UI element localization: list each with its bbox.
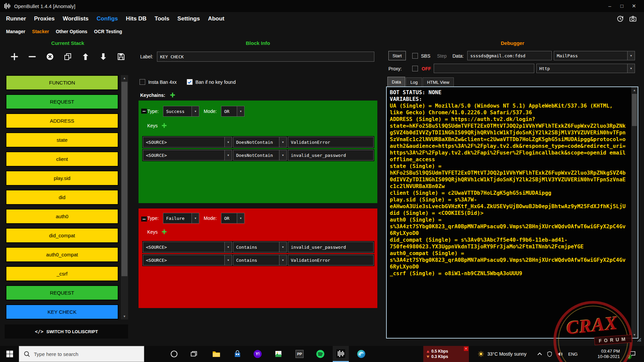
- volume-icon[interactable]: [557, 352, 563, 357]
- debugger-log-area[interactable]: BOT STATUS: NONEVARIABLES:UA (Single) = …: [386, 86, 638, 339]
- proxy-checkbox[interactable]: [412, 66, 418, 71]
- remove-block-button[interactable]: [27, 52, 37, 62]
- scroll-thumb[interactable]: [632, 94, 637, 126]
- menu-tools[interactable]: Tools: [151, 15, 173, 22]
- update-check-icon[interactable]: [616, 15, 624, 22]
- proxy-input[interactable]: [434, 64, 534, 73]
- spotify-icon[interactable]: [312, 346, 328, 362]
- key-source-select[interactable]: <SOURCE>▼: [143, 255, 232, 265]
- stack-block-auth0[interactable]: auth0: [6, 209, 118, 224]
- move-down-button[interactable]: [98, 52, 108, 62]
- screenshot-camera-icon[interactable]: [629, 15, 637, 22]
- chevron-down-icon[interactable]: ▼: [224, 150, 232, 160]
- key-value-input[interactable]: [288, 255, 374, 265]
- stack-block-auth0-compat[interactable]: auth0_compat: [6, 247, 118, 262]
- add-keychain-button[interactable]: [170, 92, 175, 98]
- stack-block-request[interactable]: REQUEST: [6, 94, 118, 109]
- chevron-down-icon[interactable]: ▼: [627, 64, 635, 73]
- file-explorer-icon[interactable]: [208, 346, 224, 362]
- chevron-down-icon[interactable]: ▼: [279, 137, 286, 147]
- stack-scrollbar[interactable]: ▲ ▼: [121, 75, 128, 319]
- chevron-down-icon[interactable]: ▼: [224, 242, 232, 252]
- keychain-mode-select[interactable]: OR ▼: [221, 106, 245, 117]
- keychain-mode-select[interactable]: OR ▼: [221, 213, 245, 224]
- chevron-down-icon[interactable]: ▼: [279, 242, 286, 252]
- menu-runner[interactable]: Runner: [2, 15, 30, 22]
- menu-proxies[interactable]: Proxies: [30, 15, 59, 22]
- stack-block-request[interactable]: REQUEST: [6, 285, 118, 300]
- chevron-down-icon[interactable]: ▼: [237, 213, 244, 223]
- remove-keychain-button[interactable]: [141, 109, 147, 114]
- menu-configs[interactable]: Configs: [93, 15, 122, 22]
- cortana-button[interactable]: [166, 346, 182, 362]
- chevron-down-icon[interactable]: ▼: [192, 213, 199, 223]
- netspeed-close-icon[interactable]: ×: [464, 347, 468, 351]
- key-source-select[interactable]: <SOURCE>▼: [143, 137, 232, 147]
- tab-html-view[interactable]: HTML View: [423, 77, 453, 86]
- chevron-down-icon[interactable]: ▼: [224, 137, 232, 147]
- insta-ban-4xx-checkbox[interactable]: [140, 79, 145, 85]
- key-condition-select[interactable]: Contains▼: [233, 242, 287, 252]
- key-value-input[interactable]: [288, 242, 374, 252]
- proxy-type-select[interactable]: Http ▼: [536, 64, 635, 73]
- menu-about[interactable]: About: [204, 15, 228, 22]
- wordlist-type-select[interactable]: MailPass ▼: [554, 51, 635, 60]
- chevron-down-icon[interactable]: ▼: [279, 255, 286, 265]
- close-button[interactable]: ✕: [628, 0, 640, 12]
- minimize-button[interactable]: –: [604, 0, 616, 12]
- stack-block-key-check[interactable]: KEY CHECK: [6, 304, 118, 319]
- key-value-input[interactable]: [288, 150, 374, 161]
- stack-block-play-sid[interactable]: play.sid: [6, 171, 118, 186]
- step-button[interactable]: Step: [437, 53, 447, 59]
- ban-if-no-key-checkbox[interactable]: [187, 79, 193, 85]
- stack-block-did[interactable]: did: [6, 190, 118, 205]
- resize-grip[interactable]: [636, 337, 641, 342]
- chevron-down-icon[interactable]: ▼: [192, 106, 199, 116]
- submenu-ocr-testing[interactable]: OCR Testing: [91, 29, 125, 34]
- stack-block-state[interactable]: state: [6, 132, 118, 147]
- taskbar-search[interactable]: Type here to search: [19, 346, 144, 362]
- clone-block-button[interactable]: [63, 52, 73, 62]
- stack-block-did-compat[interactable]: did_compat: [6, 228, 118, 243]
- stack-block--csrf[interactable]: _csrf: [6, 266, 118, 281]
- add-key-button[interactable]: [161, 229, 167, 235]
- switch-to-loliscript-button[interactable]: </> SWITCH TO LOLISCRIPT: [5, 324, 128, 339]
- debug-data-input[interactable]: [467, 51, 552, 60]
- menu-settings[interactable]: Settings: [173, 15, 204, 22]
- scroll-up-icon[interactable]: ▲: [631, 87, 638, 93]
- add-key-button[interactable]: [161, 123, 167, 128]
- chevron-down-icon[interactable]: ▼: [224, 255, 232, 265]
- security-shield-icon[interactable]: [547, 351, 552, 357]
- task-view-button[interactable]: [186, 346, 202, 362]
- microsoft-store-icon[interactable]: [229, 346, 246, 362]
- remove-keychain-button[interactable]: [141, 217, 147, 222]
- keychain-type-select[interactable]: Failure ▼: [163, 213, 199, 224]
- stack-block-address[interactable]: ADDRESS: [6, 113, 118, 128]
- start-menu-button[interactable]: [2, 346, 17, 362]
- edge-icon[interactable]: [353, 346, 369, 362]
- tab-data[interactable]: Data: [387, 77, 405, 86]
- submenu-manager[interactable]: Manager: [3, 29, 29, 34]
- key-condition-select[interactable]: DoesNotContain▼: [233, 150, 287, 161]
- openbullet-taskbar-icon[interactable]: [333, 346, 349, 362]
- keychain-type-select[interactable]: Success ▼: [163, 106, 199, 117]
- stack-block-client[interactable]: client: [6, 152, 118, 167]
- scroll-down-icon[interactable]: ▼: [121, 313, 128, 319]
- netspeed-widget[interactable]: 0.5 Kbps 0.3 Kbps ×: [423, 346, 469, 362]
- pp-app-icon[interactable]: PP: [291, 346, 308, 362]
- log-scrollbar[interactable]: ▲ ▼: [631, 87, 638, 338]
- key-condition-select[interactable]: Contains▼: [233, 255, 287, 265]
- menu-wordlists[interactable]: Wordlists: [59, 15, 93, 22]
- move-up-button[interactable]: [80, 52, 91, 62]
- save-config-button[interactable]: [116, 52, 126, 62]
- scroll-up-icon[interactable]: ▲: [121, 75, 128, 81]
- submenu-stacker[interactable]: Stacker: [29, 29, 53, 34]
- chevron-down-icon[interactable]: ▼: [279, 150, 286, 160]
- maximize-button[interactable]: □: [616, 0, 628, 12]
- hidden-icons-chevron-icon[interactable]: [537, 352, 542, 356]
- submenu-other-options[interactable]: Other Options: [52, 29, 91, 34]
- stack-block-function[interactable]: FUNCTION: [6, 75, 118, 90]
- key-condition-select[interactable]: DoesNotContain▼: [233, 137, 287, 147]
- key-source-select[interactable]: <SOURCE>▼: [143, 242, 232, 252]
- clear-stack-button[interactable]: [45, 52, 55, 62]
